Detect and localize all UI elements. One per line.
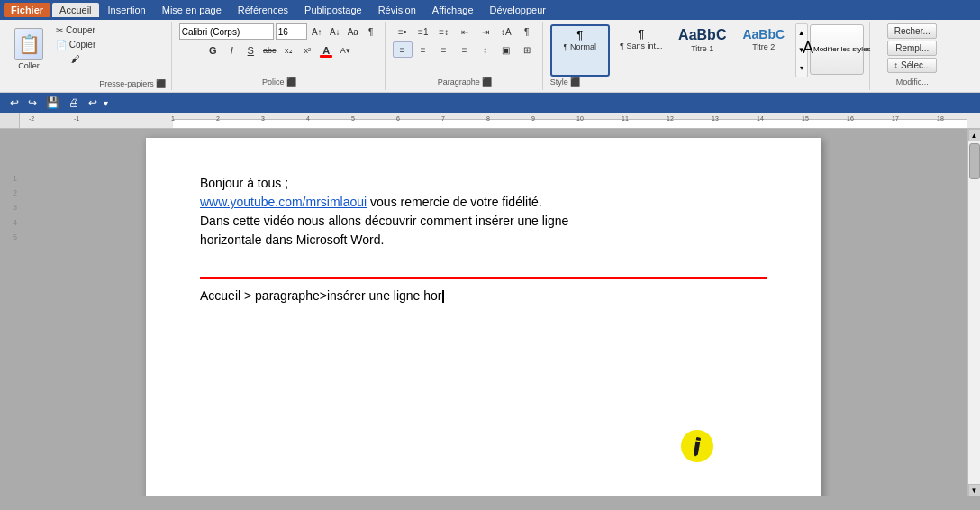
ruler: -2 -1 1 2 3 4 5 6 7 8 9 10 11 12 13 14 1… xyxy=(0,113,980,129)
pen-icon xyxy=(684,433,712,460)
justify-button[interactable]: ≡ xyxy=(455,41,475,58)
print-button[interactable]: 🖨 xyxy=(66,96,82,110)
clear-format-button[interactable]: Aa xyxy=(345,23,361,40)
menu-affichage[interactable]: Affichage xyxy=(425,3,481,17)
modifier-styles-button[interactable]: A Modifier les styles xyxy=(810,24,864,75)
paragraph-group: ≡• ≡1 ≡↕ ⇤ ⇥ ↕A ¶ ≡ ≡ ≡ ≡ ↕ ▣ ⊞ Paragrap… xyxy=(387,22,543,90)
decrease-indent-button[interactable]: ⇤ xyxy=(455,23,475,40)
font-shrink-button[interactable]: A↓ xyxy=(327,23,343,40)
document-area-wrapper: 1 2 3 4 5 Bonjour à tous ; www.youtube.c… xyxy=(0,129,980,496)
style-titre2-label: Titre 2 xyxy=(752,42,775,51)
menu-revision[interactable]: Révision xyxy=(371,3,423,17)
scroll-thumb[interactable] xyxy=(969,143,980,179)
style-sans-int[interactable]: ¶ ¶ Sans int... xyxy=(612,24,671,77)
paragraph-greeting: Bonjour à tous ; xyxy=(200,174,767,193)
italic-button[interactable]: I xyxy=(222,41,240,59)
paragraph-expand-icon[interactable]: ⬛ xyxy=(482,77,492,87)
hr-section: Accueil > paragraphe>insérer une ligne h… xyxy=(200,277,767,305)
remplacer-button[interactable]: Rempl... xyxy=(887,41,937,56)
superscript-button[interactable]: x² xyxy=(298,41,316,59)
undo2-button[interactable]: ↩ xyxy=(86,96,100,110)
font-format-row: G I S abc x₂ x² A A▾ xyxy=(204,41,354,59)
copy-button[interactable]: 📄 Copier xyxy=(52,38,99,51)
para-row-1: ≡• ≡1 ≡↕ ⇤ ⇥ ↕A ¶ xyxy=(393,23,537,40)
style-label: Style ⬛ xyxy=(550,77,580,88)
align-right-button[interactable]: ≡ xyxy=(434,41,454,58)
toolbar-separator: ▾ xyxy=(104,98,108,108)
style-expand-icon[interactable]: ⬛ xyxy=(570,77,580,87)
menu-mise-en-page[interactable]: Mise en page xyxy=(155,3,229,17)
style-normal[interactable]: ¶ ¶ Normal xyxy=(550,24,610,77)
borders-button[interactable]: ⊞ xyxy=(517,41,537,58)
font-size-input[interactable] xyxy=(276,23,307,40)
clipboard-label: Presse-papiers ⬛ xyxy=(99,79,166,90)
scroll-down-button[interactable]: ▼ xyxy=(968,484,981,496)
modify-buttons: Recher... Rempl... ↕ Sélec... xyxy=(887,23,937,73)
ruler-marks: -2 -1 1 2 3 4 5 6 7 8 9 10 11 12 13 14 1… xyxy=(20,113,967,128)
rechercher-button[interactable]: Recher... xyxy=(887,23,937,39)
font-label: Police ⬛ xyxy=(262,77,296,88)
paragraph-description1: Dans cette vidéo nous allons découvrir c… xyxy=(200,212,767,231)
paragraph-after-link: vous remercie de votre fidélité. xyxy=(370,195,542,209)
menu-references[interactable]: Références xyxy=(231,3,295,17)
font-group: A↑ A↓ Aa ¶ G I S abc x₂ x² A A▾ Police xyxy=(174,22,386,90)
document-content: Bonjour à tous ; www.youtube.com/mrsimla… xyxy=(200,174,767,305)
scroll-track[interactable] xyxy=(968,141,981,484)
para-row-2: ≡ ≡ ≡ ≡ ↕ ▣ ⊞ xyxy=(393,41,537,58)
strikethrough-button[interactable]: abc xyxy=(260,41,278,59)
save-button[interactable]: 💾 xyxy=(43,96,62,110)
sort-button[interactable]: ↕A xyxy=(496,23,516,40)
modify-label: Modific... xyxy=(896,77,929,88)
svg-text:8: 8 xyxy=(486,115,490,122)
document-page[interactable]: Bonjour à tous ; www.youtube.com/mrsimla… xyxy=(146,138,821,496)
style-titre1[interactable]: AaBbC Titre 1 xyxy=(673,24,732,77)
svg-text:18: 18 xyxy=(937,115,944,122)
font-expand-icon[interactable]: ⬛ xyxy=(286,77,296,87)
format-painter-button[interactable]: 🖌 xyxy=(52,52,99,66)
menu-developpeur[interactable]: Développeur xyxy=(483,3,553,17)
text-color-button[interactable]: A xyxy=(317,41,335,59)
svg-text:1: 1 xyxy=(171,115,175,122)
ribbon: 📋 Coller ✂ Couper 📄 Copier 🖌 Presse-papi… xyxy=(0,20,980,93)
clipboard-expand-icon[interactable]: ⬛ xyxy=(156,79,166,88)
multilevel-button[interactable]: ≡↕ xyxy=(434,23,454,40)
align-left-button[interactable]: ≡ xyxy=(393,41,413,58)
scroll-up-button[interactable]: ▲ xyxy=(968,129,981,141)
paste-button[interactable]: 📋 Coller xyxy=(9,23,49,74)
subscript-button[interactable]: x₂ xyxy=(279,41,297,59)
pen-cursor-indicator xyxy=(681,430,713,462)
menu-accueil[interactable]: Accueil xyxy=(52,3,98,17)
redo-button[interactable]: ↪ xyxy=(25,96,40,110)
svg-text:4: 4 xyxy=(306,115,310,122)
menu-bar: Fichier Accueil Insertion Mise en page R… xyxy=(0,0,980,20)
style-titre1-label: Titre 1 xyxy=(691,44,713,53)
vertical-scrollbar[interactable]: ▲ ▼ xyxy=(967,129,980,496)
menu-publipostage[interactable]: Publipostage xyxy=(297,3,369,17)
font-row-1: A↑ A↓ Aa ¶ xyxy=(179,23,379,40)
shading-button[interactable]: ▣ xyxy=(496,41,516,58)
undo-button[interactable]: ↩ xyxy=(7,96,22,110)
format-text-button[interactable]: ¶ xyxy=(363,23,379,40)
selectionner-button[interactable]: ↕ Sélec... xyxy=(887,58,937,73)
underline-button[interactable]: S xyxy=(241,41,259,59)
font-grow-button[interactable]: A↑ xyxy=(309,23,325,40)
show-formatting-button[interactable]: ¶ xyxy=(517,23,537,40)
menu-insertion[interactable]: Insertion xyxy=(101,3,153,17)
highlight-button[interactable]: A▾ xyxy=(336,41,354,59)
line-spacing-button[interactable]: ↕ xyxy=(476,41,495,58)
svg-text:12: 12 xyxy=(667,115,674,122)
style-group: ¶ ¶ Normal ¶ ¶ Sans int... AaBbC Titre 1… xyxy=(545,22,870,90)
style-titre2[interactable]: AaBbC Titre 2 xyxy=(734,24,794,77)
bold-button[interactable]: G xyxy=(204,41,222,59)
numbering-button[interactable]: ≡1 xyxy=(413,23,433,40)
svg-text:-1: -1 xyxy=(74,115,79,122)
youtube-link[interactable]: www.youtube.com/mrsimlaoui xyxy=(200,195,367,209)
increase-indent-button[interactable]: ⇥ xyxy=(476,23,495,40)
align-center-button[interactable]: ≡ xyxy=(413,41,433,58)
cut-button[interactable]: ✂ Couper xyxy=(52,23,99,37)
svg-text:6: 6 xyxy=(396,115,400,122)
style-titre2-preview: AaBbC xyxy=(742,28,785,41)
bullets-button[interactable]: ≡• xyxy=(393,23,413,40)
font-name-input[interactable] xyxy=(179,23,274,40)
menu-fichier[interactable]: Fichier xyxy=(4,3,50,17)
